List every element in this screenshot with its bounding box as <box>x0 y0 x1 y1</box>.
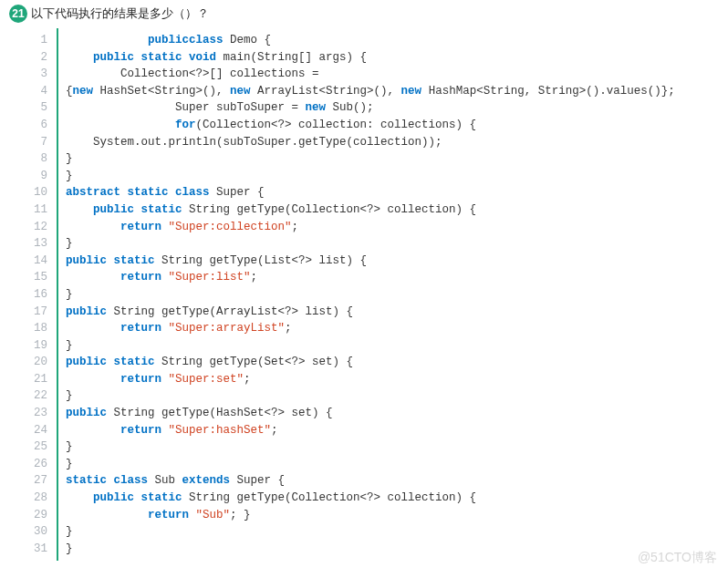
line-number: 5 <box>31 99 47 117</box>
line-number-gutter: 1234567891011121314151617181920212223242… <box>27 28 58 561</box>
line-number: 26 <box>31 456 47 473</box>
line-number: 22 <box>31 387 47 405</box>
code-line: } <box>66 150 675 168</box>
code-line: return "Super:hashSet"; <box>66 422 675 439</box>
line-number: 20 <box>31 354 47 371</box>
code-line: return "Super:set"; <box>66 371 675 388</box>
line-number: 28 <box>31 490 47 507</box>
code-line: Super subToSuper = new Sub(); <box>66 99 675 117</box>
line-number: 19 <box>31 337 47 355</box>
code-line: } <box>66 523 675 541</box>
code-line: abstract static class Super { <box>66 184 675 201</box>
code-line: public static void main(String[] args) { <box>66 49 675 67</box>
code-line: publicclass Demo { <box>66 32 675 49</box>
line-number: 8 <box>31 150 47 168</box>
line-number: 7 <box>31 134 47 151</box>
code-line: } <box>66 456 675 473</box>
line-number: 30 <box>31 523 47 541</box>
code-line: public static String getType(Collection<… <box>66 201 675 219</box>
line-number: 14 <box>31 253 47 270</box>
line-number: 9 <box>31 168 47 185</box>
line-number: 24 <box>31 422 47 439</box>
code-line: return "Super:arrayList"; <box>66 320 675 337</box>
code-content: publicclass Demo { public static void ma… <box>58 28 682 561</box>
code-line: return "Sub"; } <box>66 507 675 524</box>
line-number: 27 <box>31 472 47 490</box>
code-line: } <box>66 286 675 304</box>
line-number: 18 <box>31 320 47 337</box>
code-line: static class Sub extends Super { <box>66 472 675 490</box>
code-line: } <box>66 439 675 456</box>
code-line: } <box>66 168 675 185</box>
line-number: 11 <box>31 201 47 219</box>
line-number: 12 <box>31 219 47 236</box>
code-line: public String getType(ArrayList<?> list)… <box>66 304 675 321</box>
code-line: for(Collection<?> collection: collection… <box>66 117 675 134</box>
code-line: return "Super:list"; <box>66 269 675 286</box>
code-line: return "Super:collection"; <box>66 219 675 236</box>
code-block: 1234567891011121314151617181920212223242… <box>27 28 719 561</box>
code-line: public static String getType(Collection<… <box>66 490 675 507</box>
question-text: 以下代码执行的结果是多少（）？ <box>31 5 209 22</box>
code-line: } <box>66 235 675 253</box>
code-line: } <box>66 387 675 405</box>
code-line: public static String getType(Set<?> set)… <box>66 354 675 371</box>
code-line: {new HashSet<String>(), new ArrayList<St… <box>66 83 675 100</box>
watermark: @51CTO博客 <box>638 550 717 566</box>
line-number: 3 <box>31 66 47 83</box>
line-number: 2 <box>31 49 47 67</box>
line-number: 13 <box>31 235 47 253</box>
line-number: 21 <box>31 371 47 388</box>
code-line: System.out.println(subToSuper.getType(co… <box>66 134 675 151</box>
code-line: Collection<?>[] collections = <box>66 66 675 83</box>
line-number: 31 <box>31 541 47 558</box>
code-line: public String getType(HashSet<?> set) { <box>66 405 675 422</box>
line-number: 15 <box>31 269 47 286</box>
line-number: 25 <box>31 439 47 456</box>
line-number: 23 <box>31 405 47 422</box>
code-line: } <box>66 337 675 355</box>
line-number: 10 <box>31 184 47 201</box>
line-number: 17 <box>31 304 47 321</box>
line-number: 16 <box>31 286 47 304</box>
line-number: 1 <box>31 32 47 49</box>
question-number-badge: 21 <box>9 5 27 23</box>
line-number: 4 <box>31 83 47 100</box>
code-line: public static String getType(List<?> lis… <box>66 253 675 270</box>
line-number: 29 <box>31 507 47 524</box>
question-header: 21 以下代码执行的结果是多少（）？ <box>9 5 719 23</box>
line-number: 6 <box>31 117 47 134</box>
code-line: } <box>66 541 675 558</box>
